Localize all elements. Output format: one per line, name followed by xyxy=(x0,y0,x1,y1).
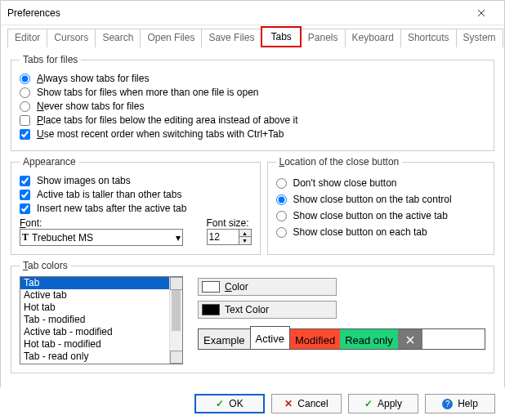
label-insert-after: Insert new tabs after the active tab xyxy=(37,203,186,214)
check-insert-after[interactable] xyxy=(20,203,30,214)
legend-appearance: Appearance xyxy=(20,156,79,168)
check-recent-order[interactable] xyxy=(20,129,30,140)
scroll-thumb[interactable] xyxy=(172,290,181,331)
label-close-each: Show close button on each tab xyxy=(293,226,427,238)
label-always-show: Always show tabs for files xyxy=(37,73,149,84)
example-tab-readonly: Read only xyxy=(340,329,398,349)
radio-always-show[interactable] xyxy=(20,74,30,84)
cancel-label: Cancel xyxy=(297,398,328,409)
group-tabs-for-files: Tabs for files Always show tabs for file… xyxy=(11,54,494,151)
ok-button[interactable]: OK xyxy=(194,394,265,413)
listbox-scrollbar[interactable]: ▲ ▼ xyxy=(169,277,182,364)
label-never-show: Never show tabs for files xyxy=(37,101,144,112)
label-tabs-below: Place tabs for files below the editing a… xyxy=(37,114,298,126)
ok-label: OK xyxy=(229,398,243,409)
label-show-images: Show images on tabs xyxy=(37,175,131,186)
radio-close-each[interactable] xyxy=(276,227,287,238)
color-swatch xyxy=(202,281,220,293)
spin-up-icon[interactable]: ▲ xyxy=(239,230,251,237)
help-button[interactable]: Help xyxy=(425,394,495,413)
tab-system[interactable]: System xyxy=(456,29,503,47)
font-value: Trebuchet MS xyxy=(32,232,176,244)
apply-label: Apply xyxy=(378,398,402,409)
example-tab-normal: Example xyxy=(199,329,250,349)
legend-close-button: Location of the close button xyxy=(276,156,403,168)
apply-button[interactable]: Apply xyxy=(348,394,418,413)
tab-panels[interactable]: Panels xyxy=(301,29,346,47)
window-close-button[interactable] xyxy=(465,2,498,25)
tab-cursors[interactable]: Cursors xyxy=(47,29,96,47)
label-recent-order: Use most recent order when switching tab… xyxy=(37,128,284,140)
check-show-images[interactable] xyxy=(20,176,30,186)
help-icon xyxy=(442,398,453,409)
group-appearance: Appearance Show images on tabs Active ta… xyxy=(11,156,261,255)
list-item[interactable]: Tab - read only xyxy=(20,351,169,363)
cancel-button[interactable]: Cancel xyxy=(271,394,342,413)
dialog-footer: OK Cancel Apply Help xyxy=(0,387,505,420)
truetype-icon: T xyxy=(22,231,29,244)
tab-keyboard[interactable]: Keyboard xyxy=(345,29,401,47)
label-font: Font: xyxy=(20,217,199,229)
example-tabstrip: Example Active Modified Read only xyxy=(198,328,485,350)
color-button[interactable]: Color xyxy=(198,278,337,296)
check-active-taller[interactable] xyxy=(20,190,30,200)
check-icon xyxy=(216,398,224,409)
example-tab-active: Active xyxy=(250,326,290,349)
list-item[interactable]: Hot tab - modified xyxy=(20,338,169,351)
color-button-label: Color xyxy=(225,281,248,293)
font-combobox[interactable]: T Trebuchet MS ▾ xyxy=(20,229,183,246)
tab-save-files[interactable]: Save Files xyxy=(201,29,261,47)
content-area: Tabs for files Always show tabs for file… xyxy=(1,47,504,385)
window-title: Preferences xyxy=(7,7,465,19)
x-icon xyxy=(284,398,293,409)
tab-tabs[interactable]: Tabs xyxy=(261,26,301,47)
tab-open-files[interactable]: Open Files xyxy=(140,29,202,47)
example-tab-close xyxy=(398,329,422,349)
text-color-button[interactable]: Text Color xyxy=(198,301,337,319)
radio-close-active[interactable] xyxy=(276,211,287,221)
list-item[interactable]: Tab - modified xyxy=(20,314,169,326)
text-color-button-label: Text Color xyxy=(225,304,269,315)
group-tab-colors: Tab colors Tab Active tab Hot tab Tab - … xyxy=(11,260,494,373)
text-color-swatch xyxy=(202,304,220,315)
chevron-down-icon: ▾ xyxy=(176,232,181,244)
radio-never-show[interactable] xyxy=(20,101,30,112)
label-close-tabcontrol: Show close button on the tab control xyxy=(293,194,452,205)
radio-show-when-multi[interactable] xyxy=(20,87,30,98)
label-active-taller: Active tab is taller than other tabs xyxy=(37,189,181,200)
check-tabs-below[interactable] xyxy=(20,115,30,126)
list-item[interactable]: Hot tab xyxy=(20,302,169,314)
font-size-spinner[interactable]: ▲▼ xyxy=(239,229,252,245)
scroll-up-icon[interactable]: ▲ xyxy=(170,277,183,290)
label-close-active: Show close button on the active tab xyxy=(293,210,448,221)
spin-down-icon[interactable]: ▼ xyxy=(239,237,251,244)
label-close-none: Don't show close button xyxy=(293,177,397,189)
group-close-button: Location of the close button Don't show … xyxy=(267,156,495,255)
tab-search[interactable]: Search xyxy=(95,29,141,47)
tab-colors-listbox[interactable]: Tab Active tab Hot tab Tab - modified Ac… xyxy=(20,276,183,364)
close-icon xyxy=(406,336,414,344)
help-label: Help xyxy=(458,398,478,409)
check-icon xyxy=(364,398,373,409)
tab-shortcuts[interactable]: Shortcuts xyxy=(400,29,457,47)
font-size-input[interactable] xyxy=(207,229,239,245)
tab-editor[interactable]: Editor xyxy=(7,29,47,47)
legend-tab-colors: Tab colors xyxy=(20,260,71,271)
radio-close-tabcontrol[interactable] xyxy=(276,194,287,205)
example-tab-modified: Modified xyxy=(290,329,340,349)
list-item[interactable]: Active tab - modified xyxy=(20,326,169,338)
title-bar: Preferences xyxy=(1,1,504,25)
scroll-down-icon[interactable]: ▼ xyxy=(170,351,183,364)
label-show-when-multi: Show tabs for files when more than one f… xyxy=(37,87,259,98)
legend-tabs-for-files: Tabs for files xyxy=(20,54,81,65)
radio-close-none[interactable] xyxy=(276,178,287,189)
label-font-size: Font size: xyxy=(207,217,252,229)
list-item[interactable]: Tab xyxy=(20,277,169,289)
preferences-tabstrip: Editor Cursors Search Open Files Save Fi… xyxy=(1,25,504,47)
list-item[interactable]: Active tab xyxy=(20,289,169,302)
